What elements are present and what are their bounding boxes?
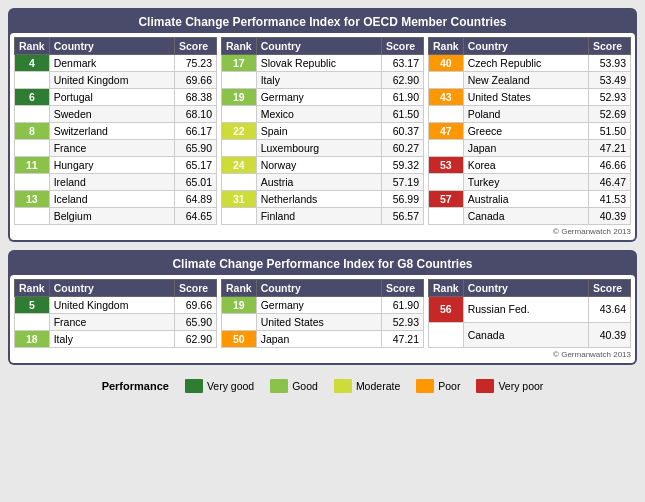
score-cell: 65.90	[175, 314, 217, 331]
score-cell: 60.27	[382, 140, 424, 157]
country-cell: Denmark	[49, 55, 174, 72]
rank-cell: 4	[15, 55, 50, 72]
country-cell: Italy	[256, 72, 381, 89]
score-cell: 65.01	[175, 174, 217, 191]
legend-poor-label: Poor	[438, 380, 460, 392]
oecd-title: Climate Change Performance Index for OEC…	[10, 10, 635, 33]
country-cell: Slovak Republic	[256, 55, 381, 72]
legend-very-good-box	[185, 379, 203, 393]
table-row: 47Greece51.50	[429, 123, 631, 140]
rank-cell: 17	[222, 55, 257, 72]
oecd-card: Climate Change Performance Index for OEC…	[8, 8, 637, 242]
rank-cell: 58	[429, 322, 464, 348]
g8-t3-rank-header: Rank	[429, 280, 464, 297]
rank-cell: 10	[15, 140, 50, 157]
rank-cell: 19	[222, 89, 257, 106]
table-row: 50Japan47.21	[222, 331, 424, 348]
rank-cell: 31	[222, 191, 257, 208]
oecd-t1-score-header: Score	[175, 38, 217, 55]
score-cell: 64.65	[175, 208, 217, 225]
country-cell: Luxembourg	[256, 140, 381, 157]
table-row: 19Germany61.90	[222, 89, 424, 106]
score-cell: 52.93	[382, 314, 424, 331]
score-cell: 61.90	[382, 297, 424, 314]
legend-very-good-label: Very good	[207, 380, 254, 392]
country-cell: Iceland	[49, 191, 174, 208]
g8-copyright: © Germanwatch 2013	[14, 348, 631, 359]
rank-cell: 18	[15, 331, 50, 348]
oecd-t3-rank-header: Rank	[429, 38, 464, 55]
rank-cell: 5	[15, 72, 50, 89]
g8-tables-row: Rank Country Score 5United Kingdom69.661…	[14, 279, 631, 348]
table-row: 56Russian Fed.43.64	[429, 297, 631, 323]
legend-good-label: Good	[292, 380, 318, 392]
oecd-t1-country-header: Country	[49, 38, 174, 55]
oecd-t3-country-header: Country	[463, 38, 588, 55]
rank-cell: 24	[222, 157, 257, 174]
rank-cell: 42	[429, 72, 464, 89]
country-cell: Finland	[256, 208, 381, 225]
oecd-t1-rank-header: Rank	[15, 38, 50, 55]
legend-poor: Poor	[416, 379, 460, 393]
score-cell: 56.99	[382, 191, 424, 208]
table-row: 22Spain60.37	[222, 123, 424, 140]
g8-table-1: Rank Country Score 5United Kingdom69.661…	[14, 279, 217, 348]
score-cell: 65.90	[175, 140, 217, 157]
rank-cell: 32	[222, 208, 257, 225]
rank-cell: 50	[222, 331, 257, 348]
score-cell: 43.64	[589, 297, 631, 323]
rank-cell: 29	[222, 174, 257, 191]
rank-cell: 57	[429, 191, 464, 208]
table-row: 5United Kingdom69.66	[15, 297, 217, 314]
table-row: 58Canada40.39	[429, 208, 631, 225]
score-cell: 59.32	[382, 157, 424, 174]
score-cell: 46.47	[589, 174, 631, 191]
country-cell: Switzerland	[49, 123, 174, 140]
table-row: 4Denmark75.23	[15, 55, 217, 72]
table-row: 32Finland56.57	[222, 208, 424, 225]
table-row: 50Japan47.21	[429, 140, 631, 157]
country-cell: New Zealand	[463, 72, 588, 89]
score-cell: 40.39	[589, 208, 631, 225]
country-cell: Italy	[49, 331, 174, 348]
table-row: 18Italy62.90	[222, 72, 424, 89]
rank-cell: 43	[222, 314, 257, 331]
oecd-t3-score-header: Score	[589, 38, 631, 55]
rank-cell: 47	[429, 123, 464, 140]
table-row: 14Belgium64.65	[15, 208, 217, 225]
score-cell: 75.23	[175, 55, 217, 72]
table-row: 12Ireland65.01	[15, 174, 217, 191]
score-cell: 60.37	[382, 123, 424, 140]
score-cell: 40.39	[589, 322, 631, 348]
table-row: 58Canada40.39	[429, 322, 631, 348]
table-row: 54Turkey46.47	[429, 174, 631, 191]
legend-very-good: Very good	[185, 379, 254, 393]
score-cell: 46.66	[589, 157, 631, 174]
country-cell: Sweden	[49, 106, 174, 123]
g8-t2-score-header: Score	[382, 280, 424, 297]
g8-t3-score-header: Score	[589, 280, 631, 297]
table-row: 40Czech Republic53.93	[429, 55, 631, 72]
score-cell: 63.17	[382, 55, 424, 72]
country-cell: Korea	[463, 157, 588, 174]
table-row: 31Netherlands56.99	[222, 191, 424, 208]
g8-t3-country-header: Country	[463, 280, 588, 297]
table-row: 24Norway59.32	[222, 157, 424, 174]
country-cell: Australia	[463, 191, 588, 208]
score-cell: 68.10	[175, 106, 217, 123]
rank-cell: 53	[429, 157, 464, 174]
country-cell: Germany	[256, 297, 381, 314]
score-cell: 41.53	[589, 191, 631, 208]
country-cell: Russian Fed.	[463, 297, 588, 323]
oecd-t2-country-header: Country	[256, 38, 381, 55]
country-cell: France	[49, 314, 174, 331]
score-cell: 47.21	[589, 140, 631, 157]
rank-cell: 18	[222, 72, 257, 89]
rank-cell: 19	[222, 297, 257, 314]
score-cell: 47.21	[382, 331, 424, 348]
score-cell: 69.66	[175, 72, 217, 89]
score-cell: 62.90	[175, 331, 217, 348]
country-cell: Ireland	[49, 174, 174, 191]
g8-t1-rank-header: Rank	[15, 280, 50, 297]
rank-cell: 54	[429, 174, 464, 191]
